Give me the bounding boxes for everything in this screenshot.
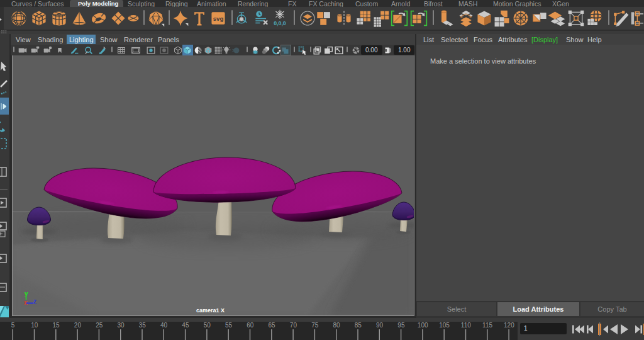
svg-text:camera1 X: camera1 X: [196, 307, 225, 314]
svg-text:45: 45: [182, 322, 189, 329]
svg-text:5: 5: [11, 322, 15, 329]
svg-text:50: 50: [204, 322, 211, 329]
svg-text:70: 70: [290, 322, 297, 329]
svg-text:10: 10: [31, 322, 38, 329]
svg-text:30: 30: [117, 322, 125, 329]
svg-text:115: 115: [482, 322, 492, 329]
svg-text:z: z: [33, 298, 36, 305]
svg-text:100: 100: [418, 322, 428, 329]
svg-text:55: 55: [225, 322, 233, 329]
svg-text:90: 90: [376, 322, 384, 329]
svg-text:95: 95: [397, 322, 405, 329]
svg-text:80: 80: [333, 322, 340, 329]
svg-text:15: 15: [53, 322, 60, 329]
svg-text:svg: svg: [213, 15, 224, 22]
svg-text:20: 20: [74, 322, 82, 329]
svg-text:60: 60: [247, 322, 254, 329]
svg-text:65: 65: [269, 322, 276, 329]
svg-text:35: 35: [139, 322, 147, 329]
svg-text:25: 25: [96, 322, 103, 329]
svg-text:105: 105: [439, 322, 450, 329]
svg-text:110: 110: [461, 322, 471, 329]
svg-text:y: y: [25, 290, 28, 297]
svg-text:0,0,0: 0,0,0: [274, 20, 286, 26]
svg-text:40: 40: [160, 322, 168, 329]
svg-text:75: 75: [311, 322, 319, 329]
svg-text:120: 120: [504, 322, 514, 329]
svg-text:85: 85: [355, 322, 362, 329]
